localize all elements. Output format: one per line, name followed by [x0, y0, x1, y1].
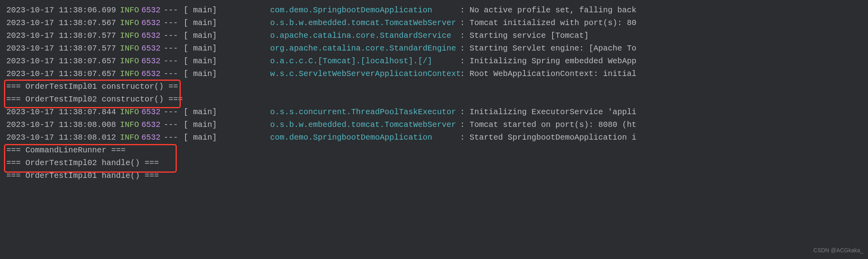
- log-colon: :: [460, 106, 470, 119]
- log-line: 2023-10-17 11:38:06.699INFO 6532 --- [ m…: [6, 4, 862, 17]
- log-dashes: ---: [164, 68, 184, 80]
- log-thread: [ main]: [184, 55, 270, 68]
- log-colon: :: [460, 131, 470, 144]
- log-pid: 6532: [141, 4, 164, 17]
- log-timestamp: 2023-10-17 11:38:07.657: [6, 68, 118, 80]
- log-dashes: ---: [164, 106, 184, 119]
- watermark: CSDN @ACGkaka_: [814, 244, 863, 257]
- stdout-line: === OrderTestImpl02 handle() ===: [6, 157, 862, 169]
- log-pid: 6532: [141, 17, 164, 29]
- stdout-line: === OrderTestImpl01 handle() ===: [6, 169, 862, 182]
- log-message: Tomcat started on port(s): 8080 (ht: [470, 119, 636, 131]
- log-logger: o.s.b.w.embedded.tomcat.TomcatWebServer: [270, 119, 460, 131]
- log-timestamp: 2023-10-17 11:38:07.567: [6, 17, 118, 29]
- log-level: INFO: [118, 29, 141, 42]
- log-logger: com.demo.SpringbootDemoApplication: [270, 131, 460, 144]
- log-timestamp: 2023-10-17 11:38:07.577: [6, 42, 118, 55]
- log-thread: [ main]: [184, 29, 270, 42]
- log-level: INFO: [118, 42, 141, 55]
- log-line: 2023-10-17 11:38:08.012INFO 6532 --- [ m…: [6, 131, 862, 144]
- log-timestamp: 2023-10-17 11:38:08.008: [6, 119, 118, 131]
- log-level: INFO: [118, 55, 141, 68]
- log-logger: o.a.c.c.C.[Tomcat].[localhost].[/]: [270, 55, 460, 68]
- log-logger: o.s.b.w.embedded.tomcat.TomcatWebServer: [270, 17, 460, 29]
- log-dashes: ---: [164, 29, 184, 42]
- log-message: Starting Servlet engine: [Apache To: [470, 42, 636, 55]
- log-thread: [ main]: [184, 42, 270, 55]
- log-message: Tomcat initialized with port(s): 80: [470, 17, 636, 29]
- log-colon: :: [460, 42, 470, 55]
- log-output: 2023-10-17 11:38:06.699INFO 6532 --- [ m…: [6, 4, 862, 182]
- log-thread: [ main]: [184, 106, 270, 119]
- log-pid: 6532: [141, 42, 164, 55]
- log-pid: 6532: [141, 131, 164, 144]
- log-message: Initializing Spring embedded WebApp: [470, 55, 636, 68]
- log-level: INFO: [118, 131, 141, 144]
- log-colon: :: [460, 29, 470, 42]
- log-pid: 6532: [141, 55, 164, 68]
- log-logger: o.s.s.concurrent.ThreadPoolTaskExecutor: [270, 106, 460, 119]
- log-thread: [ main]: [184, 17, 270, 29]
- log-level: INFO: [118, 119, 141, 131]
- log-message: Starting service [Tomcat]: [470, 29, 589, 42]
- log-level: INFO: [118, 4, 141, 17]
- log-thread: [ main]: [184, 131, 270, 144]
- stdout-line: === CommandLineRunner ===: [6, 144, 862, 157]
- stdout-line: === OrderTestImpl02 constructor() ===: [6, 93, 862, 106]
- log-logger: org.apache.catalina.core.StandardEngine: [270, 42, 460, 55]
- log-pid: 6532: [141, 68, 164, 80]
- log-line: 2023-10-17 11:38:07.844INFO 6532 --- [ m…: [6, 106, 862, 119]
- log-colon: :: [460, 55, 470, 68]
- log-level: INFO: [118, 68, 141, 80]
- log-colon: :: [460, 17, 470, 29]
- stdout-line: === OrderTestImpl01 constructor() ==: [6, 80, 862, 93]
- log-dashes: ---: [164, 131, 184, 144]
- log-line: 2023-10-17 11:38:07.657INFO 6532 --- [ m…: [6, 68, 862, 80]
- log-timestamp: 2023-10-17 11:38:08.012: [6, 131, 118, 144]
- log-pid: 6532: [141, 106, 164, 119]
- log-timestamp: 2023-10-17 11:38:07.844: [6, 106, 118, 119]
- log-colon: :: [460, 68, 470, 80]
- log-logger: com.demo.SpringbootDemoApplication: [270, 4, 460, 17]
- log-colon: :: [460, 119, 470, 131]
- log-thread: [ main]: [184, 68, 270, 80]
- log-dashes: ---: [164, 42, 184, 55]
- log-level: INFO: [118, 17, 141, 29]
- log-line: 2023-10-17 11:38:07.657INFO 6532 --- [ m…: [6, 55, 862, 68]
- log-line: 2023-10-17 11:38:08.008INFO 6532 --- [ m…: [6, 119, 862, 131]
- log-message: Started SpringbootDemoApplication i: [470, 131, 636, 144]
- log-thread: [ main]: [184, 4, 270, 17]
- log-colon: :: [460, 4, 470, 17]
- log-logger: w.s.c.ServletWebServerApplicationContext: [270, 68, 460, 80]
- log-pid: 6532: [141, 119, 164, 131]
- log-message: Initializing ExecutorService 'appli: [470, 106, 636, 119]
- log-timestamp: 2023-10-17 11:38:06.699: [6, 4, 118, 17]
- log-dashes: ---: [164, 17, 184, 29]
- log-line: 2023-10-17 11:38:07.577INFO 6532 --- [ m…: [6, 42, 862, 55]
- log-dashes: ---: [164, 4, 184, 17]
- log-logger: o.apache.catalina.core.StandardService: [270, 29, 460, 42]
- log-pid: 6532: [141, 29, 164, 42]
- log-timestamp: 2023-10-17 11:38:07.577: [6, 29, 118, 42]
- log-dashes: ---: [164, 119, 184, 131]
- log-message: No active profile set, falling back: [470, 4, 636, 17]
- log-dashes: ---: [164, 55, 184, 68]
- log-line: 2023-10-17 11:38:07.577INFO 6532 --- [ m…: [6, 29, 862, 42]
- log-thread: [ main]: [184, 119, 270, 131]
- log-line: 2023-10-17 11:38:07.567INFO 6532 --- [ m…: [6, 17, 862, 29]
- log-timestamp: 2023-10-17 11:38:07.657: [6, 55, 118, 68]
- log-message: Root WebApplicationContext: initial: [470, 68, 636, 80]
- log-level: INFO: [118, 106, 141, 119]
